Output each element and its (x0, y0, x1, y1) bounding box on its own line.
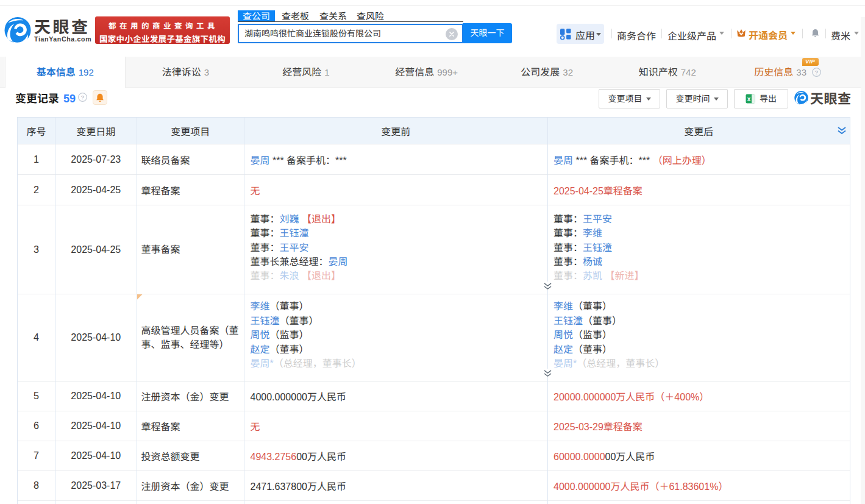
svg-text:x: x (747, 96, 751, 102)
svg-text:?: ? (815, 69, 818, 76)
svg-text:?: ? (81, 94, 84, 101)
